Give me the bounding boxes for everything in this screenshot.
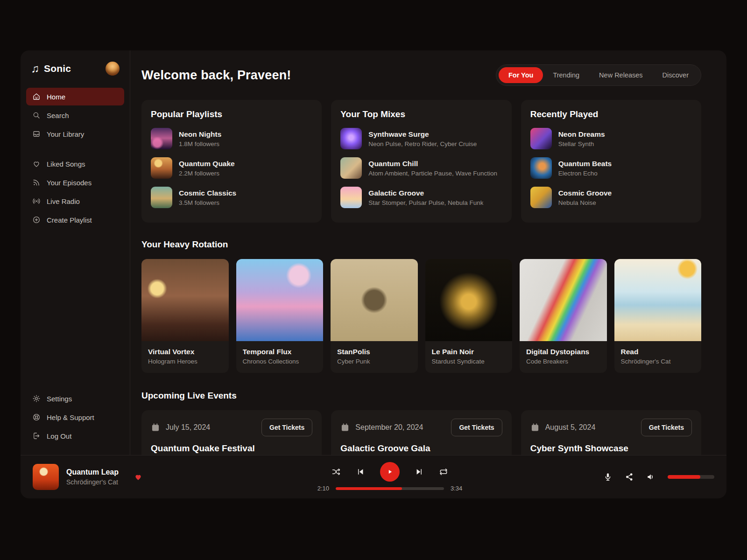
- mix-cover: [340, 157, 362, 179]
- album-art: [331, 259, 418, 341]
- recent-item[interactable]: Neon Dreams Stellar Synth: [530, 128, 692, 149]
- microphone-button[interactable]: [603, 472, 613, 482]
- repeat-button[interactable]: [439, 467, 448, 476]
- sidebar-item-settings[interactable]: Settings: [26, 390, 124, 407]
- speaker-icon: [646, 472, 655, 482]
- get-tickets-button[interactable]: Get Tickets: [451, 419, 502, 436]
- recent-subtitle: Electron Echo: [558, 170, 612, 177]
- avatar[interactable]: [106, 62, 120, 76]
- playlist-cover: [151, 128, 172, 149]
- sidebar-item-help-support[interactable]: Help & Support: [26, 408, 124, 426]
- shuffle-button[interactable]: [331, 467, 341, 476]
- sidebar-item-live-radio[interactable]: Live Radio: [26, 192, 124, 210]
- mix-subtitle: Atom Ambient, Particle Pause, Wave Funct…: [368, 170, 497, 177]
- tab-trending[interactable]: Trending: [543, 67, 589, 83]
- tab-discover[interactable]: Discover: [653, 67, 698, 83]
- like-button[interactable]: [134, 472, 143, 482]
- album-art: [141, 259, 229, 341]
- volume-button[interactable]: [646, 472, 655, 482]
- album-art: [520, 259, 607, 341]
- playlist-item[interactable]: Cosmic Classics 3.5M followers: [151, 187, 312, 208]
- calendar-icon: [151, 423, 160, 432]
- album-card-stanpolis[interactable]: StanPolis Cyber Punk: [331, 259, 418, 373]
- tab-for-you[interactable]: For You: [499, 67, 543, 83]
- album-card-temporal-flux[interactable]: Temporal Flux Chronos Collections: [236, 259, 324, 373]
- calendar-icon: [530, 423, 540, 432]
- app-window: ♫ Sonic Home Search Your Libra: [21, 50, 726, 498]
- sidebar-nav: Home Search Your Library: [26, 88, 124, 144]
- progress-bar[interactable]: [336, 487, 444, 490]
- album-art: [425, 259, 513, 341]
- album-title: Le Pain Noir: [432, 348, 506, 356]
- album-artist: Stardust Syndicate: [432, 358, 506, 365]
- gear-icon: [32, 394, 41, 403]
- playlist-title: Cosmic Classics: [179, 189, 236, 197]
- top-mixes-panel: Your Top Mixes Synthwave Surge Neon Puls…: [331, 100, 511, 223]
- album-artist: Chronos Collections: [243, 358, 317, 365]
- tab-new-releases[interactable]: New Releases: [589, 67, 653, 83]
- next-button[interactable]: [415, 467, 424, 476]
- mix-subtitle: Star Stomper, Pulsar Pulse, Nebula Funk: [368, 199, 483, 206]
- play-button[interactable]: [380, 462, 400, 482]
- playlist-item[interactable]: Neon Nights 1.8M followers: [151, 128, 312, 149]
- volume-fill: [668, 475, 700, 479]
- sidebar-item-search[interactable]: Search: [26, 106, 124, 124]
- album-artist: Hologram Heroes: [148, 358, 222, 365]
- sidebar-item-create-playlist[interactable]: Create Playlist: [26, 211, 124, 229]
- sidebar-item-label: Your Episodes: [47, 179, 92, 187]
- album-title: Digital Dystopians: [526, 348, 600, 356]
- logout-icon: [32, 432, 41, 440]
- now-playing-artist: Schrödinger's Cat: [66, 478, 119, 486]
- share-button[interactable]: [625, 472, 634, 482]
- progress-fill: [336, 487, 402, 490]
- recent-item[interactable]: Cosmic Groove Nebula Noise: [530, 187, 692, 208]
- panel-title: Your Top Mixes: [340, 109, 502, 119]
- page-background: ♫ Sonic Home Search Your Libra: [0, 0, 747, 560]
- sidebar-item-liked-songs[interactable]: Liked Songs: [26, 155, 124, 173]
- recent-item[interactable]: Quantum Beats Electron Echo: [530, 157, 692, 179]
- sidebar-footer-group: Settings Help & Support Log Out: [26, 390, 124, 446]
- album-card-read[interactable]: Read Schrödinger's Cat: [614, 259, 702, 373]
- now-playing-art[interactable]: [33, 464, 59, 490]
- get-tickets-button[interactable]: Get Tickets: [261, 419, 312, 436]
- recent-title: Cosmic Groove: [558, 189, 612, 197]
- recent-title: Neon Dreams: [558, 130, 605, 139]
- sidebar-item-your-episodes[interactable]: Your Episodes: [26, 174, 124, 191]
- sidebar-item-log-out[interactable]: Log Out: [26, 427, 124, 445]
- plus-circle-icon: [32, 216, 41, 224]
- event-name: Cyber Synth Showcase: [530, 443, 692, 454]
- previous-button[interactable]: [356, 467, 365, 476]
- page-title: Welcome back, Praveen!: [141, 68, 291, 83]
- sidebar-item-home[interactable]: Home: [26, 88, 124, 105]
- playlist-subtitle: 1.8M followers: [179, 140, 221, 147]
- play-icon: [386, 468, 394, 476]
- playlist-item[interactable]: Quantum Quake 2.2M followers: [151, 157, 312, 179]
- album-card-virtual-vortex[interactable]: Virtual Vortex Hologram Heroes: [141, 259, 229, 373]
- rss-icon: [32, 178, 41, 187]
- album-card-digital-dystopians[interactable]: Digital Dystopians Code Breakers: [520, 259, 607, 373]
- mix-item[interactable]: Galactic Groove Star Stomper, Pulsar Pul…: [340, 187, 502, 208]
- mix-title: Quantum Chill: [368, 160, 497, 168]
- share-icon: [625, 472, 634, 482]
- album-card-le-pain-noir[interactable]: Le Pain Noir Stardust Syndicate: [425, 259, 513, 373]
- previous-icon: [356, 467, 365, 476]
- calendar-icon: [340, 423, 350, 432]
- mix-cover: [340, 187, 362, 208]
- sidebar-item-label: Liked Songs: [47, 160, 85, 168]
- lifebuoy-icon: [32, 413, 41, 421]
- heart-icon: [32, 160, 41, 168]
- mix-item[interactable]: Quantum Chill Atom Ambient, Particle Pau…: [340, 157, 502, 179]
- volume-slider[interactable]: [668, 475, 714, 479]
- microphone-icon: [603, 472, 613, 482]
- main-content: Welcome back, Praveen! For You Trending …: [130, 50, 726, 455]
- app-title: Sonic: [44, 63, 106, 74]
- event-card: August 5, 2024 Get Tickets Cyber Synth S…: [521, 410, 701, 455]
- sidebar-library-group: Liked Songs Your Episodes Live Radio Cre…: [26, 155, 124, 230]
- now-playing-title: Quantum Leap: [66, 468, 119, 476]
- sidebar-item-label: Live Radio: [47, 197, 80, 205]
- get-tickets-button[interactable]: Get Tickets: [641, 419, 692, 436]
- sidebar-item-your-library[interactable]: Your Library: [26, 125, 124, 143]
- playlist-title: Neon Nights: [179, 130, 221, 139]
- mix-item[interactable]: Synthwave Surge Neon Pulse, Retro Rider,…: [340, 128, 502, 149]
- music-note-icon: ♫: [31, 63, 39, 74]
